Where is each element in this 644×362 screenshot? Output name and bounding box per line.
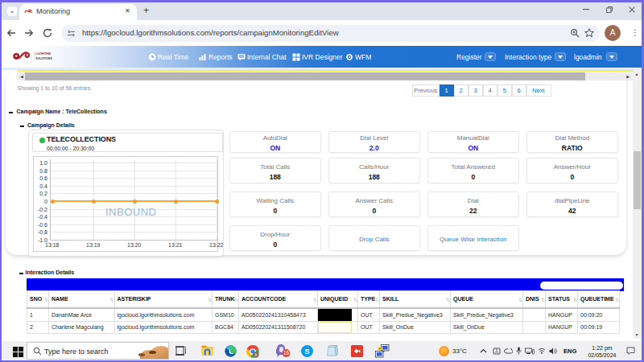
svg-text:16: 16 — [283, 350, 290, 356]
svg-text:A: A — [254, 353, 257, 357]
svg-text:SOLUTIONS: SOLUTIONS — [35, 57, 52, 60]
svg-text:S: S — [304, 348, 309, 356]
svg-text:LGORITHM: LGORITHM — [35, 52, 51, 56]
